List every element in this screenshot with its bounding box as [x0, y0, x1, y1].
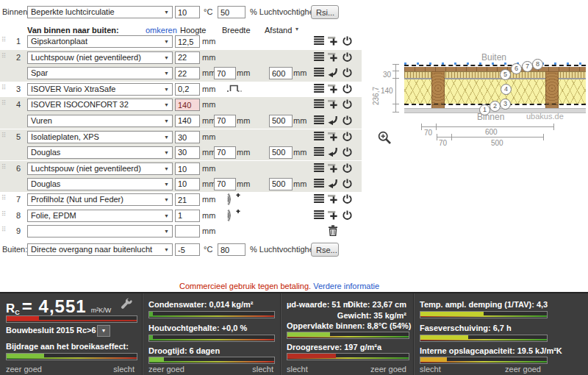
binnen-humidity-input[interactable] [218, 6, 245, 18]
breedte-input[interactable] [214, 146, 236, 159]
layer-menu-icon[interactable] [314, 36, 325, 45]
hoogte-input[interactable] [175, 210, 200, 222]
drag-handle[interactable]: ⠿ [1, 194, 7, 201]
hoogte-input[interactable] [175, 35, 200, 48]
layer-menu-icon[interactable] [314, 84, 325, 93]
material-select[interactable]: Folie, EPDM▼ [27, 210, 173, 222]
add-section-icon[interactable] [328, 99, 338, 109]
wrench-icon[interactable] [121, 298, 133, 310]
material-select[interactable]: Spar▼ [27, 67, 173, 79]
layer-menu-icon[interactable] [314, 210, 325, 219]
opslagcapaciteit-label: Interne opslagcapaciteit: 19.5 kJ/m²K [420, 346, 562, 355]
toggle-layer-icon[interactable] [343, 163, 352, 173]
unit-label: mm [293, 148, 306, 157]
drag-handle[interactable]: ⠿ [1, 52, 7, 60]
add-section-icon[interactable] [328, 163, 338, 173]
buiten-climate-select[interactable]: Directe overgang naar buitenlucht ▼ [27, 243, 173, 256]
material-select[interactable]: Vuren▼ [27, 115, 173, 127]
binnen-climate-select[interactable]: Beperkte luchtcirculatie ▼ [27, 6, 173, 18]
layer-menu-icon[interactable] [314, 194, 325, 203]
rotate-section-icon[interactable] [328, 147, 338, 157]
toggle-layer-icon[interactable] [343, 179, 352, 188]
hoogte-input[interactable] [175, 178, 200, 190]
material-select[interactable]: ▼ [27, 225, 173, 238]
bouwbesluit-dropdown[interactable]: ▼ [97, 325, 110, 337]
delete-layer-icon[interactable] [328, 225, 338, 236]
rotate-section-icon[interactable] [328, 115, 338, 125]
toggle-layer-icon[interactable] [343, 52, 352, 62]
layer-menu-icon[interactable] [314, 132, 325, 140]
material-select[interactable]: ISOVER Vario XtraSafe▼ [27, 83, 173, 96]
layer-menu-icon[interactable] [314, 68, 325, 76]
layer-menu-icon[interactable] [314, 52, 325, 61]
rotate-section-icon[interactable] [328, 68, 338, 77]
afstand-input[interactable] [269, 178, 293, 190]
buiten-humidity-input[interactable] [218, 243, 245, 256]
hoogte-input[interactable] [175, 225, 200, 238]
material-select[interactable]: Luchtspouw (niet geventileerd)▼ [27, 162, 173, 175]
toggle-layer-icon[interactable] [343, 68, 352, 77]
hoogte-input[interactable] [175, 193, 200, 206]
breedte-input[interactable] [214, 115, 236, 127]
binnen-temp-input[interactable] [175, 6, 200, 18]
toggle-layer-icon[interactable] [343, 210, 352, 220]
layer-menu-icon[interactable] [314, 115, 325, 124]
toggle-layer-icon[interactable] [343, 147, 352, 157]
add-section-icon[interactable] [328, 36, 338, 46]
breedte-input[interactable] [214, 67, 236, 79]
drag-handle[interactable]: ⠿ [1, 99, 7, 107]
rse-button[interactable]: Rse... [311, 243, 339, 257]
add-section-icon[interactable] [328, 84, 338, 93]
drag-handle[interactable]: ⠿ [1, 226, 7, 233]
layer-menu-icon[interactable] [314, 147, 325, 156]
add-section-icon[interactable] [328, 132, 338, 141]
hoogte-input[interactable] [175, 131, 200, 143]
material-select[interactable]: Douglas▼ [27, 178, 173, 190]
rsi-button[interactable]: Rsi... [311, 5, 339, 19]
hoogte-input[interactable] [175, 115, 200, 127]
breedte-input[interactable] [214, 178, 236, 190]
hoogte-input[interactable] [175, 83, 200, 96]
add-section-icon[interactable] [328, 210, 338, 220]
drag-handle[interactable]: ⠿ [1, 163, 7, 171]
material-select[interactable]: Douglas▼ [27, 146, 173, 159]
layer-menu-icon[interactable] [314, 179, 325, 188]
toggle-layer-icon[interactable] [343, 132, 352, 141]
woodgrain-icon[interactable] [226, 193, 240, 207]
buiten-temp-input[interactable] [175, 243, 200, 256]
hoogte-input[interactable] [175, 146, 200, 159]
layer-menu-icon[interactable] [314, 163, 325, 172]
woodgrain-icon[interactable] [226, 210, 240, 223]
afstand-input[interactable] [269, 115, 293, 127]
drag-handle[interactable]: ⠿ [1, 210, 7, 218]
afstand-input[interactable] [269, 146, 293, 159]
add-section-icon[interactable] [328, 52, 338, 62]
zoom-icon[interactable] [378, 131, 392, 145]
material-select[interactable]: Luchtspouw (niet geventileerd)▼ [27, 51, 173, 64]
material-select[interactable]: Gipskartonplaat▼ [27, 35, 173, 48]
drag-handle[interactable]: ⠿ [1, 84, 7, 91]
buiten-climate-value: Directe overgang naar buitenlucht [31, 245, 152, 254]
material-value: Gipskartonplaat [31, 37, 87, 46]
drag-handle[interactable]: ⠿ [1, 132, 7, 139]
toggle-layer-icon[interactable] [343, 115, 352, 125]
afstand-input[interactable] [269, 67, 293, 79]
layer-marker-3: 3 [500, 99, 511, 110]
rotate-section-icon[interactable] [328, 179, 338, 188]
add-section-icon[interactable] [328, 194, 338, 204]
material-select[interactable]: Profilholz (Nut und Feder)▼ [27, 193, 173, 206]
material-value: Isolatieplaten, XPS [31, 132, 99, 141]
toggle-layer-icon[interactable] [343, 36, 352, 46]
hoogte-input[interactable] [175, 162, 200, 175]
hoogte-input[interactable] [175, 51, 200, 64]
material-select[interactable]: ISOVER ISOCONFORT 32▼ [27, 99, 173, 111]
more-info-link[interactable]: Verdere informatie [313, 282, 379, 290]
layer-menu-icon[interactable] [314, 99, 325, 108]
toggle-layer-icon[interactable] [343, 84, 352, 93]
toggle-layer-icon[interactable] [343, 99, 352, 109]
hoogte-input[interactable] [175, 99, 200, 111]
toggle-layer-icon[interactable] [343, 194, 352, 204]
material-select[interactable]: Isolatieplaten, XPS▼ [27, 131, 173, 143]
hoogte-input[interactable] [175, 67, 200, 79]
drag-handle[interactable]: ⠿ [1, 36, 7, 43]
